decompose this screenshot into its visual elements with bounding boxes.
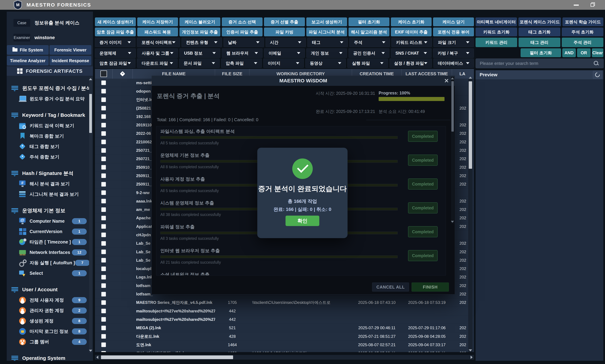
sidebar-item[interactable]: 주석 종합 보기	[7, 152, 89, 162]
preview-refresh-button[interactable]	[593, 71, 602, 79]
manage-button[interactable]: 주석 관리	[562, 38, 603, 47]
sidebar-item[interactable]: User / Account	[7, 284, 89, 295]
toolbar-button[interactable]: 케이스 불러오기	[180, 17, 220, 26]
minimize-button[interactable]	[574, 3, 579, 6]
finish-button[interactable]: FINISH	[412, 283, 449, 292]
filter-dropdown[interactable]: 운영체제	[95, 48, 136, 58]
forensic-viewer-button[interactable]: Forensic Viewer	[50, 45, 91, 55]
tag-column-header[interactable]	[113, 69, 133, 79]
filter-dropdown[interactable]: SNS / CHAT	[391, 48, 432, 58]
guide-button[interactable]: 포렌식 케이스 가이드	[518, 17, 561, 26]
row-checkbox[interactable]	[101, 207, 106, 212]
toolbar-button[interactable]: 암호 잠금 파일 추출	[95, 27, 136, 36]
row-checkbox[interactable]	[101, 258, 106, 262]
row-checkbox[interactable]	[101, 267, 106, 271]
filter-dropdown[interactable]: 태그	[307, 38, 348, 47]
toolbar-button[interactable]: 패스워드 복원	[137, 27, 178, 36]
toolbar-button[interactable]: 포렌식 전용 뷰어	[433, 27, 474, 36]
row-checkbox[interactable]	[101, 97, 106, 102]
filter-dropdown[interactable]: 동영상	[305, 58, 346, 68]
row-checkbox[interactable]	[101, 216, 106, 220]
toolbar-button[interactable]: 새 케이스 생성하기	[95, 17, 136, 26]
filter-dropdown[interactable]: 설정 / 환경 파일	[389, 58, 432, 68]
sidebar-item[interactable]: 키워드 검색 이력 보기	[7, 120, 89, 131]
filter-dropdown[interactable]: 사용자 및 그룹	[137, 48, 178, 58]
sidebar-item[interactable]: Computer Name 1	[7, 216, 89, 226]
table-row[interactable]: 모터_자사개발도면.pdf.lnk 1652 \\192.168.0.150\파…	[95, 349, 474, 352]
task-list-scrollbar[interactable]	[451, 77, 454, 223]
sidebar-item[interactable]: 생성된 계정 8	[7, 316, 89, 326]
sidebar-item[interactable]: Select 1	[7, 268, 89, 278]
row-checkbox[interactable]	[101, 249, 106, 254]
guide-button[interactable]: 포렌식 학습 가이드	[563, 17, 603, 26]
guide-button[interactable]: 아티팩트 네비게이터	[476, 17, 517, 26]
toolbar-button[interactable]: 케이스 저장하기	[137, 17, 178, 26]
row-checkbox[interactable]	[101, 300, 106, 305]
sidebar-item[interactable]: 시그니처 분석 결과 보기	[7, 189, 89, 199]
row-checkbox[interactable]	[101, 182, 106, 186]
table-row[interactable]: MEGA (2).lnk 521 2025-07-29 00:46:11 202…	[95, 324, 474, 332]
filter-dropdown[interactable]: 데이터베이스	[433, 58, 474, 68]
row-checkbox[interactable]	[101, 140, 106, 144]
table-row[interactable]: mailtosubject=I%27ve%20shared%20%27 442	[95, 307, 474, 315]
filter-dropdown[interactable]: 웹 브라우저	[222, 48, 263, 58]
table-row[interactable]: mailtosubject=I%27ve%20shared%20%27 442	[95, 315, 474, 324]
sidebar-scrollbar-thumb[interactable]	[89, 94, 92, 133]
row-checkbox[interactable]	[101, 351, 106, 352]
toolbar-button[interactable]: 파일 시그니처 분석	[306, 27, 347, 36]
filter-dropdown[interactable]: 실행 파일	[347, 58, 388, 68]
sidebar-item[interactable]: Keyword / Tag / Bookmark	[7, 110, 89, 120]
row-checkbox[interactable]	[101, 131, 106, 136]
clear-button[interactable]: Clear	[592, 48, 603, 57]
row-checkbox[interactable]	[101, 233, 106, 237]
filter-dropdown[interactable]: 공인 인증서	[348, 48, 389, 58]
row-checkbox[interactable]	[101, 224, 106, 229]
row-checkbox[interactable]	[101, 241, 106, 246]
sidebar-item[interactable]: 타임존 [ Timezone ] 1	[7, 237, 89, 247]
task-list-scrollbar-thumb[interactable]	[451, 81, 454, 131]
filter-reset-button[interactable]: 필터 초기화	[521, 48, 561, 57]
row-checkbox[interactable]	[101, 275, 106, 279]
toolbar-button[interactable]: 개인정보 파일 추출	[180, 27, 220, 36]
filter-dropdown[interactable]: 압축 파일	[221, 58, 262, 68]
toolbar-button[interactable]: 보고서 생성하기	[306, 17, 347, 26]
sidebar-item[interactable]: 해시 분석 결과 보기	[7, 179, 89, 189]
filter-dropdown[interactable]: 날짜	[223, 38, 264, 47]
filter-dropdown[interactable]: 주석	[349, 38, 390, 47]
sidebar-item[interactable]: Network Interfaces 12	[7, 247, 89, 258]
row-checkbox[interactable]	[101, 199, 106, 203]
table-vertical-scrollbar[interactable]	[468, 79, 473, 352]
toolbar-button[interactable]: 증거 선별 추출	[264, 17, 305, 26]
toolbar-button[interactable]: 해시 알고리즘 분석	[348, 27, 389, 36]
toolbar-button[interactable]: 인증서 파일 추출	[222, 27, 263, 36]
sidebar-item[interactable]: 운영체제 기본 정보	[7, 205, 89, 216]
sidebar-scrollbar[interactable]	[89, 77, 92, 353]
filter-dropdown[interactable]: 컨텐츠 유형	[181, 38, 222, 47]
toolbar-button[interactable]: 필터 초기화	[348, 17, 389, 26]
select-all-cell[interactable]	[95, 69, 113, 79]
toolbar-button[interactable]: 파일 카빙	[264, 27, 305, 36]
reset-button[interactable]: 키워드 초기화	[476, 27, 517, 36]
filter-dropdown[interactable]: 증거 이미지	[95, 38, 135, 47]
reset-button[interactable]: 주석 초기화	[562, 27, 603, 36]
search-icon[interactable]	[594, 61, 599, 66]
toolbar-button[interactable]: 케이스 초기화	[391, 17, 432, 26]
sidebar-item[interactable]: 북마크 종합 보기	[7, 131, 89, 141]
sidebar-item[interactable]: CurrentVersion 1	[7, 226, 89, 237]
filter-dropdown[interactable]: 시간	[266, 38, 306, 47]
row-checkbox[interactable]	[101, 123, 106, 127]
table-horizontal-scrollbar-thumb[interactable]	[101, 355, 233, 359]
manage-button[interactable]: 키워드 관리	[476, 38, 517, 47]
row-checkbox[interactable]	[101, 114, 106, 119]
sidebar-item[interactable]: 태그 종합 보기	[7, 141, 89, 152]
sidebar-item[interactable]: 자동 실행 [ AutoRun ] 7	[7, 258, 89, 268]
and-button[interactable]: AND	[562, 48, 576, 57]
table-vertical-scrollbar-thumb[interactable]	[469, 81, 472, 169]
row-checkbox[interactable]	[101, 326, 106, 330]
filter-dropdown[interactable]: 이미지	[263, 58, 304, 68]
table-horizontal-scrollbar[interactable]	[95, 355, 474, 360]
row-checkbox[interactable]	[101, 334, 106, 339]
restore-button[interactable]	[591, 2, 595, 7]
sidebar-item[interactable]: 윈도우 포렌식 증거 수집 / 분석	[7, 83, 89, 94]
sidebar-item[interactable]: 전체 사용자 계정 9	[7, 295, 89, 305]
